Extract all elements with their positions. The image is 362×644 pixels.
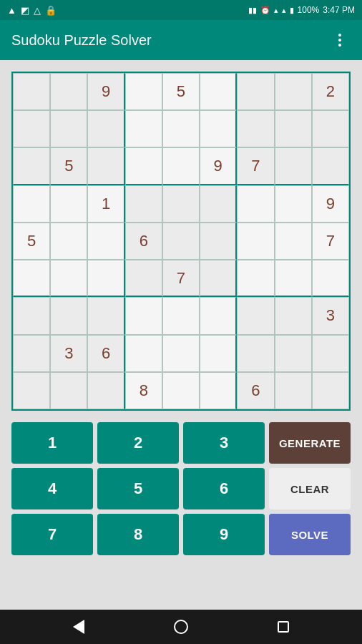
cell-r6-c5[interactable] — [200, 297, 237, 334]
recents-button[interactable] — [278, 621, 289, 633]
cell-r8-c4[interactable] — [162, 372, 200, 409]
cell-r8-c2[interactable] — [87, 372, 124, 409]
cell-r5-c4[interactable]: 7 — [162, 260, 200, 297]
status-icons-left: ▲ ◩ △ 🔒 — [7, 5, 57, 16]
cell-r7-c6[interactable] — [237, 335, 274, 372]
cell-r3-c8[interactable]: 9 — [312, 185, 349, 223]
num-btn-9[interactable]: 9 — [183, 514, 265, 555]
solve-button[interactable]: SOLVE — [269, 514, 351, 555]
cell-r7-c4[interactable] — [162, 335, 200, 372]
cell-r2-c0[interactable] — [13, 147, 50, 185]
cell-r3-c7[interactable] — [275, 185, 312, 223]
cell-r6-c2[interactable] — [87, 297, 124, 334]
cell-r8-c1[interactable] — [50, 372, 87, 409]
cell-r3-c1[interactable] — [50, 185, 87, 223]
cell-r8-c6[interactable]: 6 — [237, 372, 274, 409]
cell-r3-c5[interactable] — [200, 185, 237, 223]
cell-r3-c6[interactable] — [237, 185, 274, 223]
cell-r2-c8[interactable] — [312, 147, 349, 185]
cell-r6-c7[interactable] — [275, 297, 312, 334]
num-btn-3[interactable]: 3 — [183, 422, 265, 464]
cell-r7-c5[interactable] — [200, 335, 237, 372]
cell-r1-c1[interactable] — [50, 110, 87, 147]
cell-r0-c7[interactable] — [275, 73, 312, 110]
back-button[interactable] — [73, 620, 84, 634]
cell-r5-c3[interactable] — [125, 260, 162, 297]
cell-r7-c0[interactable] — [13, 335, 50, 372]
cell-r5-c0[interactable] — [13, 260, 50, 297]
num-btn-6[interactable]: 6 — [183, 468, 265, 509]
cell-r0-c5[interactable] — [200, 73, 237, 110]
cell-r1-c3[interactable] — [125, 110, 162, 147]
cell-r5-c8[interactable] — [312, 260, 349, 297]
cell-r0-c2[interactable]: 9 — [87, 73, 124, 110]
cell-r6-c1[interactable] — [50, 297, 87, 334]
cell-r5-c6[interactable] — [237, 260, 274, 297]
cell-r6-c8[interactable]: 3 — [312, 297, 349, 334]
cell-r4-c8[interactable]: 7 — [312, 223, 349, 260]
cell-r3-c4[interactable] — [162, 185, 200, 223]
cell-r4-c5[interactable] — [200, 223, 237, 260]
cell-r5-c2[interactable] — [87, 260, 124, 297]
cell-r2-c3[interactable] — [125, 147, 162, 185]
num-btn-8[interactable]: 8 — [97, 514, 179, 555]
cell-r4-c3[interactable]: 6 — [125, 223, 162, 260]
cell-r6-c4[interactable] — [162, 297, 200, 334]
cell-r7-c1[interactable]: 3 — [50, 335, 87, 372]
cell-r1-c4[interactable] — [162, 110, 200, 147]
cell-r4-c6[interactable] — [237, 223, 274, 260]
cell-r0-c6[interactable] — [237, 73, 274, 110]
cell-r8-c7[interactable] — [275, 372, 312, 409]
cell-r2-c1[interactable]: 5 — [50, 147, 87, 185]
home-button[interactable] — [174, 620, 188, 634]
cell-r0-c0[interactable] — [13, 73, 50, 110]
more-vert-icon[interactable] — [329, 29, 351, 51]
cell-r5-c7[interactable] — [275, 260, 312, 297]
cell-r1-c7[interactable] — [275, 110, 312, 147]
cell-r6-c0[interactable] — [13, 297, 50, 334]
cell-r3-c0[interactable] — [13, 185, 50, 223]
cell-r5-c5[interactable] — [200, 260, 237, 297]
cell-r3-c3[interactable] — [125, 185, 162, 223]
cell-r1-c5[interactable] — [200, 110, 237, 147]
cell-r7-c8[interactable] — [312, 335, 349, 372]
cell-r2-c2[interactable] — [87, 147, 124, 185]
cell-r4-c2[interactable] — [87, 223, 124, 260]
cell-r4-c1[interactable] — [50, 223, 87, 260]
cell-r6-c6[interactable] — [237, 297, 274, 334]
cell-r1-c6[interactable] — [237, 110, 274, 147]
num-btn-7[interactable]: 7 — [11, 514, 93, 555]
cell-r2-c4[interactable] — [162, 147, 200, 185]
cell-r0-c4[interactable]: 5 — [162, 73, 200, 110]
cell-r8-c5[interactable] — [200, 372, 237, 409]
cell-r0-c8[interactable]: 2 — [312, 73, 349, 110]
generate-button[interactable]: GENERATE — [269, 422, 351, 464]
cell-r7-c2[interactable]: 6 — [87, 335, 124, 372]
num-btn-1[interactable]: 1 — [11, 422, 93, 464]
num-btn-5[interactable]: 5 — [97, 468, 179, 509]
cell-r4-c0[interactable]: 5 — [13, 223, 50, 260]
cell-r6-c3[interactable] — [125, 297, 162, 334]
num-btn-2[interactable]: 2 — [97, 422, 179, 464]
cell-r2-c5[interactable]: 9 — [200, 147, 237, 185]
cell-r1-c2[interactable] — [87, 110, 124, 147]
cell-r8-c0[interactable] — [13, 372, 50, 409]
cell-r7-c7[interactable] — [275, 335, 312, 372]
cell-r5-c1[interactable] — [50, 260, 87, 297]
cell-r8-c3[interactable]: 8 — [125, 372, 162, 409]
cell-r4-c7[interactable] — [275, 223, 312, 260]
num-btn-4[interactable]: 4 — [11, 468, 93, 509]
cell-r1-c8[interactable] — [312, 110, 349, 147]
cell-r0-c3[interactable] — [125, 73, 162, 110]
cell-r7-c3[interactable] — [125, 335, 162, 372]
cell-r1-c0[interactable] — [13, 110, 50, 147]
cell-r4-c4[interactable] — [162, 223, 200, 260]
clear-button[interactable]: CLEAR — [269, 468, 351, 509]
wifi-icon: ▴ — [274, 6, 278, 15]
cell-r2-c6[interactable]: 7 — [237, 147, 274, 185]
alarm-icon: ▲ — [7, 5, 16, 16]
cell-r8-c8[interactable] — [312, 372, 349, 409]
cell-r0-c1[interactable] — [50, 73, 87, 110]
cell-r2-c7[interactable] — [275, 147, 312, 185]
cell-r3-c2[interactable]: 1 — [87, 185, 124, 223]
